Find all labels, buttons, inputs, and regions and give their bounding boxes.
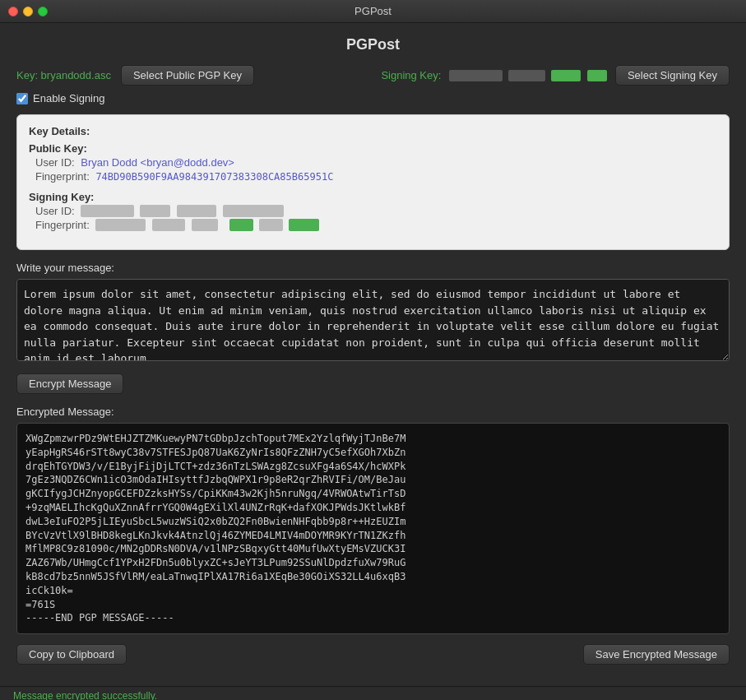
maximize-button[interactable] [38,7,48,16]
public-key-section: Key: bryandodd.asc Select Public PGP Key [16,65,254,86]
encrypt-message-button[interactable]: Encrypt Message [16,373,123,394]
signing-key-section: Signing Key: •••• •• •• • Select Signing… [381,65,730,86]
select-signing-key-button[interactable]: Select Signing Key [615,65,730,86]
user-id-line: User ID: Bryan Dodd <bryan@dodd.dev> [35,156,717,169]
public-key-details: Public Key: User ID: Bryan Dodd <bryan@d… [29,142,717,183]
fingerprint-value: 74BD90B590F9AA984391707383308CA85B65951C [95,171,333,183]
fingerprint-label: Fingerprint: [35,170,90,183]
close-button[interactable] [8,7,18,16]
signing-fingerprint-label: Fingerprint: [35,219,90,231]
signing-key-section-title: Signing Key: [29,191,717,203]
message-textarea[interactable]: Lorem ipsum dolor sit amet, consectetur … [16,279,730,361]
user-id-label: User ID: [35,156,75,169]
enable-signing-label[interactable]: Enable Signing [33,92,104,104]
main-content: PGPost Key: bryandodd.asc Select Public … [0,23,746,686]
encrypt-btn-row: Encrypt Message [16,373,730,394]
signing-key-value: •••• •• •• • [447,70,609,81]
write-message-label: Write your message: [16,262,730,274]
traffic-lights [8,7,48,16]
enable-signing-row: Enable Signing [16,92,730,104]
window-title: PGPost [354,5,392,17]
signing-key-details: Signing Key: User ID: • • • • Fingerprin… [29,191,717,231]
signing-user-id-label: User ID: [35,205,75,217]
titlebar: PGPost [0,0,746,23]
key-details-box: Key Details: Public Key: User ID: Bryan … [16,114,730,250]
public-key-section-title: Public Key: [29,142,717,155]
signing-key-label: Signing Key: •••• •• •• • [381,69,608,81]
key-row: Key: bryandodd.asc Select Public PGP Key… [16,65,730,86]
signing-user-id-line: User ID: • • • • [35,205,717,217]
fingerprint-line: Fingerprint: 74BD90B590F9AA9843917073833… [35,170,717,183]
status-message: Message encrypted successfully. [13,690,157,700]
enable-signing-checkbox[interactable] [16,93,28,104]
minimize-button[interactable] [23,7,33,16]
app-title: PGPost [16,36,730,53]
signing-fingerprint-line: Fingerprint: • • • • • • [35,219,717,231]
user-id-value: Bryan Dodd <bryan@dodd.dev> [81,156,234,169]
save-encrypted-message-button[interactable]: Save Encrypted Message [583,644,730,665]
bottom-buttons-row: Copy to Clipboard Save Encrypted Message [16,644,730,665]
status-bar: Message encrypted successfully. [0,686,746,700]
select-public-key-button[interactable]: Select Public PGP Key [121,65,254,86]
public-key-label: Key: bryandodd.asc [16,69,111,81]
copy-to-clipboard-button[interactable]: Copy to Clipboard [16,644,127,665]
encrypted-message-label: Encrypted Message: [16,406,730,418]
key-details-title: Key Details: [29,125,717,137]
encrypted-output: XWgZpmzwrPDz9WtEHJZTZMKuewyPN7tGDbpJzchT… [16,423,730,634]
